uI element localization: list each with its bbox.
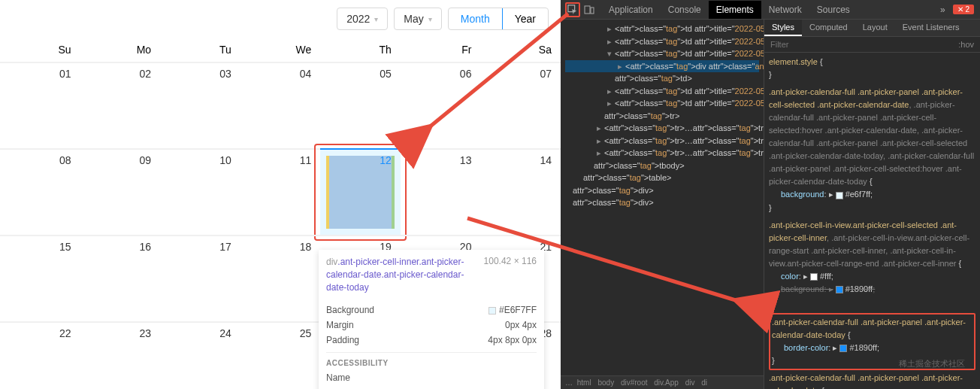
calendar-cell[interactable]: 06 [401,62,481,148]
tooltip-accessibility-heading: ACCESSIBILITY [326,352,537,370]
style-rule[interactable]: .ant-picker-calendar-full .ant-picker-pa… [769,372,975,389]
style-rule[interactable]: .ant-picker-cell-in-view.ant-picker-cell… [769,219,975,308]
view-month-button[interactable]: Month [449,8,503,29]
month-value: May [404,13,423,25]
element-node[interactable]: ▸<attr">class="tag">tr>…attr">class="tag… [565,122,759,135]
styles-rules[interactable]: element.style {}.ant-picker-calendar-ful… [764,53,980,389]
styles-tab-event-listeners[interactable]: Event Listeners [895,20,967,36]
devtools-tab-elements[interactable]: Elements [709,1,761,19]
weekday-header: Th [320,38,401,62]
calendar-cell[interactable]: 09 [80,148,161,235]
calendar-header: 2022 ▾ May ▾ Month Year [0,0,561,38]
calendar-panel: 2022 ▾ May ▾ Month Year SuMoTuWeThFrSa01… [0,0,561,389]
calendar-cell[interactable]: 22 [0,321,80,389]
weekday-header: Fr [401,38,481,62]
calendar-cell[interactable]: 24 [160,321,240,389]
calendar-cell[interactable]: 04 [240,62,321,148]
element-node[interactable]: ▸<attr">class="tag">td attr">title="2022… [565,85,759,98]
devtools-tab-sources[interactable]: Sources [809,1,858,19]
calendar-cell[interactable]: 02 [80,62,161,148]
year-value: 2022 [346,13,370,25]
devtools-tab-application[interactable]: Application [601,1,661,19]
style-rule[interactable]: element.style {} [769,56,975,81]
styles-tab-computed[interactable]: Computed [802,20,855,36]
devtools-tab-network[interactable]: Network [761,1,809,19]
styles-tabs: StylesComputedLayoutEvent Listeners [764,20,980,37]
inspect-element-icon[interactable] [565,2,580,17]
weekday-header: Su [0,38,80,62]
style-rule[interactable]: .ant-picker-calendar-full .ant-picker-pa… [769,86,975,214]
svg-rect-1 [585,6,590,14]
element-node[interactable]: attr">class="tag">tr> [565,110,759,123]
calendar-cell[interactable]: 01 [0,62,80,148]
month-select[interactable]: May ▾ [394,8,441,30]
devtools-tab-console[interactable]: Console [661,1,709,19]
calendar-cell[interactable]: 03 [160,62,240,148]
calendar-cell[interactable]: 18 [240,235,321,321]
calendar-cell[interactable]: 10 [160,148,240,235]
weekday-header: Sa [480,38,561,62]
chevron-down-icon: ▾ [374,15,378,23]
styles-filter-input[interactable] [770,40,958,49]
weekday-header: We [240,38,321,62]
calendar-cell[interactable]: 13 [401,148,481,235]
calendar-cell[interactable]: 25 [240,321,321,389]
element-node[interactable]: attr">class="tag">td> [565,72,759,85]
tooltip-bg-value: #E6F7FF [488,305,537,315]
hov-toggle[interactable]: :hov [958,40,974,49]
element-node[interactable]: attr">class="tag">tbody> [565,160,759,172]
calendar-cell[interactable]: 17 [160,235,240,321]
tooltip-bg-label: Background [326,305,374,315]
calendar-cell[interactable]: 11 [240,148,321,235]
tooltip-padding-value: 4px 8px 0px [488,335,537,345]
view-year-button[interactable]: Year [503,8,548,29]
calendar-cell[interactable]: 16 [80,235,161,321]
styles-tab-layout[interactable]: Layout [855,20,895,36]
devtools-tabs: ApplicationConsoleElementsNetworkSources [601,1,933,19]
calendar-cell[interactable]: 14 [480,148,561,235]
tooltip-selector: div.ant-picker-cell-inner.ant-picker-cal… [326,256,479,293]
watermark: 稀土掘金技术社区 [899,358,965,369]
year-select[interactable]: 2022 ▾ [337,8,388,30]
tooltip-name-label: Name [326,372,350,383]
devtools-panel: ApplicationConsoleElementsNetworkSources… [561,0,980,389]
element-node[interactable]: attr">class="tag">table> [565,172,759,184]
weekday-header: Mo [80,38,161,62]
calendar-cell[interactable]: 23 [80,321,161,389]
element-node[interactable]: ▸<attr">class="tag">td attr">title="2022… [565,97,759,110]
calendar-cell[interactable]: 12 [320,148,401,235]
element-node[interactable]: ▸<attr">class="tag">tr>…attr">class="tag… [565,135,759,147]
elements-tree[interactable]: ▸<attr">class="tag">td attr">title="2022… [561,20,764,389]
tooltip-margin-value: 0px 4px [505,320,537,330]
error-badge[interactable]: ✕ 2 [953,5,974,14]
element-node[interactable]: ▸<attr">class="tag">td attr">title="2022… [565,35,759,48]
element-node[interactable]: ▸<attr">class="tag">td attr">title="2022… [565,23,759,35]
calendar-cell[interactable]: 15 [0,235,80,321]
styles-pane: StylesComputedLayoutEvent Listeners :hov… [764,20,980,389]
more-tabs-icon[interactable]: » [933,1,953,19]
weekday-header: Tu [160,38,240,62]
tooltip-padding-label: Padding [326,335,359,345]
breadcrumb[interactable]: … html body div#root div.App div di [561,375,764,389]
styles-filter-bar: :hov [764,37,980,53]
calendar-cell[interactable]: 05 [320,62,401,148]
chevron-down-icon: ▾ [428,15,432,23]
calendar-cell[interactable]: 08 [0,148,80,235]
element-node[interactable]: ▾<attr">class="tag">td attr">title="2022… [565,47,759,60]
element-node[interactable]: attr">class="tag">div> [565,196,759,209]
element-node[interactable]: attr">class="tag">div> [565,184,759,197]
device-toolbar-icon[interactable] [582,2,597,17]
element-node[interactable]: ▸<attr">class="tag">div attr">class="ant… [565,60,759,73]
tooltip-margin-label: Margin [326,320,354,330]
svg-rect-2 [591,8,594,14]
styles-tab-styles[interactable]: Styles [764,20,802,36]
devtools-toolbar: ApplicationConsoleElementsNetworkSources… [561,0,980,20]
calendar-cell[interactable]: 07 [480,62,561,148]
view-radio-group: Month Year [448,8,549,30]
element-node[interactable]: ▸<attr">class="tag">tr>…attr">class="tag… [565,147,759,160]
element-inspector-tooltip: div.ant-picker-cell-inner.ant-picker-cal… [319,250,544,389]
tooltip-dimensions: 100.42 × 116 [484,256,537,266]
